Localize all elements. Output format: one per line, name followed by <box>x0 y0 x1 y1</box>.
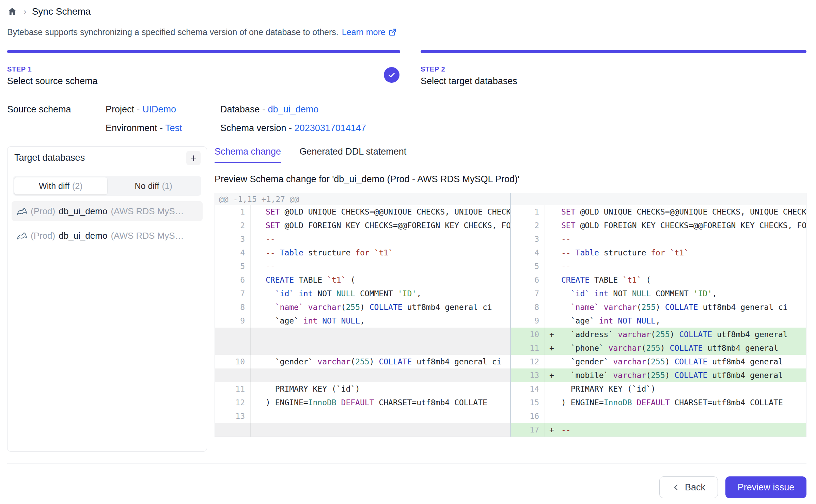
code-line: SET @OLD_UNIQUE_CHECKS=@@UNIQUE_CHECKS, … <box>251 207 510 216</box>
target-databases-title: Target databases <box>14 153 85 163</box>
diff-row: 11 PRIMARY KEY (`id`) <box>215 382 510 396</box>
line-number: 5 <box>511 259 545 273</box>
code-line: -- Table structure for `t1` <box>556 248 806 257</box>
preview-issue-button[interactable]: Preview issue <box>725 476 806 498</box>
line-number: 11 <box>511 341 545 355</box>
external-link-icon <box>388 28 397 36</box>
diff-row: 7 `id` int NOT NULL COMMENT 'ID', <box>511 287 806 300</box>
tab-no-diff-label: No diff <box>135 181 159 191</box>
diff-row: 12 `gender` varchar(255) COLLATE utf8mb4… <box>511 355 806 368</box>
source-database-field: Database - db_ui_demo <box>220 104 806 115</box>
db-environment: (Prod) <box>31 231 55 241</box>
step-1-progress-bar <box>7 50 400 53</box>
database-link[interactable]: db_ui_demo <box>268 104 319 114</box>
code-line: -- <box>251 235 510 243</box>
diff-row: 13 <box>215 409 510 423</box>
code-line: `phone` varchar(255) COLLATE utf8mb4_gen… <box>556 344 806 352</box>
line-number: 10 <box>511 328 545 341</box>
line-number: 9 <box>511 314 545 328</box>
diff-row: 15) ENGINE=InnoDB DEFAULT CHARSET=utf8mb… <box>511 396 806 409</box>
diff-row: 8 `name` varchar(255) COLLATE utf8mb4_ge… <box>511 300 806 314</box>
diff-placeholder-row <box>215 368 510 382</box>
line-number: 15 <box>511 396 545 409</box>
line-number: 14 <box>511 382 545 396</box>
diff-row: 14 PRIMARY KEY (`id`) <box>511 382 806 396</box>
line-number: 4 <box>511 246 545 259</box>
tab-no-diff[interactable]: No diff (1) <box>107 177 200 194</box>
step-1-completed-check-icon <box>384 67 399 83</box>
code-line: -- <box>556 235 806 243</box>
breadcrumb-separator-icon: › <box>23 6 27 17</box>
diff-row: 7 `id` int NOT NULL COMMENT 'ID', <box>215 287 510 300</box>
diff-row: 12) ENGINE=InnoDB DEFAULT CHARSET=utf8mb… <box>215 396 510 409</box>
schema-version-link[interactable]: 20230317014147 <box>295 123 366 133</box>
step-2-progress-bar <box>421 50 806 53</box>
diff-hunk-header-row <box>511 193 806 205</box>
target-databases-header: Target databases + <box>7 147 207 169</box>
code-line: `mobile` varchar(255) COLLATE utf8mb4_ge… <box>556 371 806 380</box>
tab-with-diff-label: With diff <box>39 181 69 191</box>
preview-title: Preview Schema change for 'db_ui_demo (P… <box>215 174 806 185</box>
page-description: Bytebase supports synchronizing a specif… <box>7 27 806 37</box>
back-button[interactable]: Back <box>659 476 718 498</box>
diff-row: 10 `gender` varchar(255) COLLATE utf8mb4… <box>215 355 510 368</box>
code-line: `gender` varchar(255) COLLATE utf8mb4_ge… <box>251 357 510 366</box>
schema-diff-viewer: @@ -1,15 +1,27 @@1SET @OLD_UNIQUE_CHECKS… <box>215 193 806 437</box>
code-line: SET @OLD_FOREIGN_KEY_CHECKS=@@FOREIGN_KE… <box>556 221 806 230</box>
code-line: `address` varchar(255) COLLATE utf8mb4_g… <box>556 330 806 339</box>
environment-link[interactable]: Test <box>165 123 182 133</box>
tab-generated-ddl[interactable]: Generated DDL statement <box>299 146 406 163</box>
line-number <box>215 368 251 382</box>
diff-row: 5-- <box>511 259 806 273</box>
source-project-field: Project - UIDemo <box>106 104 220 115</box>
line-number: 13 <box>511 368 545 382</box>
home-icon[interactable] <box>7 6 17 17</box>
code-line: CREATE TABLE `t1` ( <box>556 275 806 284</box>
line-number: 2 <box>215 219 251 232</box>
code-line: `name` varchar(255) COLLATE utf8mb4_gene… <box>556 303 806 312</box>
code-line: `gender` varchar(255) COLLATE utf8mb4_ge… <box>556 357 806 366</box>
db-environment: (Prod) <box>31 206 55 217</box>
diff-row: 2SET @OLD_FOREIGN_KEY_CHECKS=@@FOREIGN_K… <box>511 219 806 232</box>
line-number: 8 <box>215 300 251 314</box>
line-number: 10 <box>215 355 251 368</box>
learn-more-link[interactable]: Learn more <box>342 27 397 37</box>
line-number: 8 <box>511 300 545 314</box>
code-line: `name` varchar(255) COLLATE utf8mb4_gene… <box>251 303 510 312</box>
line-number: 7 <box>215 287 251 300</box>
line-number: 12 <box>215 396 251 409</box>
add-target-database-button[interactable]: + <box>186 151 201 165</box>
diff-filter-tabs: With diff (2) No diff (1) <box>13 176 201 196</box>
tab-schema-change[interactable]: Schema change <box>215 146 281 163</box>
code-line: `age` int NOT NULL, <box>556 316 806 325</box>
line-number <box>215 423 251 437</box>
line-number: 9 <box>215 314 251 328</box>
diff-row: 9 `age` int NOT NULL, <box>215 314 510 328</box>
code-line: PRIMARY KEY (`id`) <box>556 384 806 393</box>
diff-row: 5-- <box>215 259 510 273</box>
code-line: `age` int NOT NULL, <box>251 316 510 325</box>
code-line: CREATE TABLE `t1` ( <box>251 275 510 284</box>
added-marker: + <box>545 344 556 352</box>
code-line: -- <box>251 262 510 271</box>
database-label: Database - <box>220 104 268 114</box>
back-button-label: Back <box>685 482 705 493</box>
project-link[interactable]: UIDemo <box>142 104 176 114</box>
target-database-item[interactable]: (Prod) db_ui_demo (AWS RDS MyS… <box>12 201 203 221</box>
code-line: -- <box>556 262 806 271</box>
step-1-label: STEP 1 <box>7 65 400 73</box>
tab-with-diff[interactable]: With diff (2) <box>14 177 107 194</box>
target-databases-panel: Target databases + With diff (2) No diff… <box>7 146 207 452</box>
tab-no-diff-count: (1) <box>162 181 172 191</box>
step-2-title: Select target databases <box>421 76 806 86</box>
description-text: Bytebase supports synchronizing a specif… <box>7 27 339 37</box>
diff-row: 2SET @OLD_FOREIGN_KEY_CHECKS=@@FOREIGN_K… <box>215 219 510 232</box>
tab-with-diff-count: (2) <box>72 181 83 191</box>
added-marker: + <box>545 425 556 434</box>
line-number: 2 <box>511 219 545 232</box>
mysql-icon <box>16 206 27 217</box>
target-database-item[interactable]: (Prod) db_ui_demo (AWS RDS MyS… <box>12 226 203 246</box>
line-number: 7 <box>511 287 545 300</box>
code-line: -- Table structure for `t1` <box>251 248 510 257</box>
step-2: STEP 2 Select target databases <box>421 50 806 86</box>
